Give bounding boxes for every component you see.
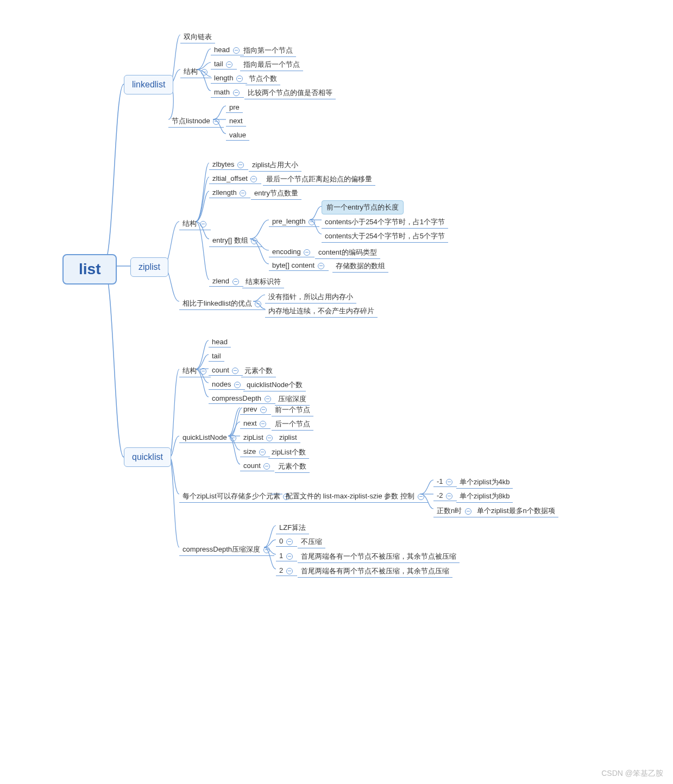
collapse-icon[interactable] (309, 219, 315, 225)
collapse-icon[interactable] (286, 568, 293, 574)
leaf-desc[interactable]: 配置文件的 list-max-ziplist-szie 参数 控制 (282, 489, 429, 503)
leaf[interactable]: head (211, 43, 244, 55)
collapse-icon[interactable] (318, 263, 324, 269)
node-struct[interactable]: 结构 (180, 65, 212, 78)
leaf-desc[interactable]: 元素个数 (275, 459, 310, 473)
leaf[interactable]: zipList (240, 431, 277, 443)
leaf-desc[interactable]: 首尾两端各有一个节点不被压缩，其余节点被压缩 (298, 549, 460, 563)
node-linkedlist[interactable]: linkedlist (124, 75, 173, 94)
leaf[interactable]: LZF算法 (276, 521, 309, 534)
leaf[interactable]: nodes (209, 378, 245, 390)
leaf-desc[interactable]: contents小于254个字节时，占1个字节 (322, 215, 448, 229)
leaf-desc[interactable]: 单个ziplist为8kb (456, 489, 513, 503)
collapse-icon[interactable] (465, 508, 471, 515)
leaf-desc[interactable]: 存储数据的数组 (332, 259, 388, 273)
collapse-icon[interactable] (233, 47, 240, 54)
collapse-icon[interactable] (260, 407, 267, 413)
leaf[interactable]: 内存地址连续，不会产生内存碎片 (265, 304, 378, 318)
collapse-icon[interactable] (213, 118, 219, 125)
collapse-icon[interactable] (446, 479, 452, 485)
leaf[interactable]: next (226, 115, 246, 127)
collapse-icon[interactable] (260, 421, 266, 427)
node-ziplist[interactable]: ziplist (130, 257, 168, 277)
collapse-icon[interactable] (200, 221, 206, 227)
leaf[interactable]: count (209, 364, 243, 376)
collapse-icon[interactable] (255, 301, 261, 307)
collapse-icon[interactable] (237, 162, 244, 168)
leaf[interactable]: size (240, 445, 270, 457)
leaf-desc[interactable]: 节点个数 (246, 72, 280, 85)
leaf[interactable]: byte[] content (269, 259, 329, 271)
collapse-icon[interactable] (232, 368, 238, 374)
leaf[interactable]: pre_length (269, 215, 319, 227)
leaf[interactable]: head (209, 336, 231, 347)
collapse-icon[interactable] (266, 435, 273, 441)
collapse-icon[interactable] (232, 279, 239, 285)
collapse-icon[interactable] (286, 539, 293, 545)
leaf[interactable]: next (240, 417, 271, 429)
leaf-desc[interactable]: contents大于254个字节时，占5个字节 (322, 229, 448, 243)
leaf[interactable]: zlend (209, 275, 243, 287)
leaf[interactable]: value (226, 129, 249, 141)
leaf-desc[interactable]: ziplist占用大小 (249, 158, 301, 172)
leaf-desc[interactable]: ziplist (276, 431, 300, 443)
leaf[interactable]: 双向链表 (180, 30, 215, 43)
collapse-icon[interactable] (286, 553, 293, 560)
collapse-icon[interactable] (240, 190, 246, 197)
collapse-icon[interactable] (251, 238, 257, 244)
collapse-icon[interactable] (446, 493, 452, 500)
node-entry[interactable]: entry[] 数组 (209, 233, 262, 247)
leaf-desc[interactable]: 后一个节点 (272, 417, 313, 431)
leaf-desc[interactable]: 元素个数 (241, 364, 276, 377)
expand-icon[interactable] (201, 69, 207, 75)
node-listnode[interactable]: 节点listnode (168, 114, 224, 128)
collapse-icon[interactable] (263, 547, 270, 553)
collapse-icon[interactable] (200, 368, 206, 375)
node-struct[interactable]: 结构 (179, 364, 211, 377)
leaf[interactable]: pre (226, 101, 243, 113)
leaf-desc[interactable]: 前一个节点 (272, 403, 313, 416)
leaf[interactable]: prev (240, 403, 271, 415)
leaf[interactable]: tail (209, 350, 224, 362)
leaf[interactable]: 2 (276, 564, 297, 576)
collapse-icon[interactable] (230, 435, 236, 441)
node-quicklist[interactable]: quicklist (124, 447, 171, 467)
node-store[interactable]: 每个zipList可以存储多少个元素 (179, 489, 294, 503)
leaf[interactable]: -1 (433, 475, 457, 487)
leaf-desc[interactable]: 指向最后一个节点 (240, 58, 303, 71)
mindmap-root[interactable]: list (62, 254, 117, 284)
node-struct[interactable]: 结构 (179, 217, 211, 230)
collapse-icon[interactable] (265, 396, 271, 402)
leaf-desc[interactable]: quicklistNode个数 (243, 378, 306, 391)
leaf-desc[interactable]: zipList个数 (268, 445, 309, 459)
leaf[interactable]: -2 (433, 489, 457, 501)
collapse-icon[interactable] (234, 382, 241, 388)
leaf[interactable]: zllength (209, 186, 250, 198)
collapse-icon[interactable] (236, 75, 243, 82)
node-quicklistnode[interactable]: quickListNode (179, 431, 241, 443)
leaf[interactable]: compressDepth (209, 392, 275, 404)
leaf-desc[interactable]: 最后一个节点距离起始点的偏移量 (263, 172, 375, 186)
leaf-highlight[interactable]: 前一个entry节点的长度 (322, 200, 404, 214)
collapse-icon[interactable] (226, 61, 232, 68)
leaf-desc[interactable]: 指向第一个节点 (240, 43, 296, 57)
leaf[interactable]: math (211, 86, 244, 98)
leaf[interactable]: length (211, 72, 247, 84)
leaf[interactable]: 没有指针，所以占用内存小 (265, 290, 356, 304)
leaf-desc[interactable]: 结束标识符 (242, 275, 284, 288)
collapse-icon[interactable] (304, 249, 310, 256)
collapse-icon[interactable] (263, 463, 270, 470)
collapse-icon[interactable] (259, 449, 266, 456)
leaf[interactable]: encoding (269, 245, 315, 257)
leaf[interactable]: zltial_offset (209, 172, 261, 184)
collapse-icon[interactable] (233, 90, 240, 96)
leaf-desc[interactable]: content的编码类型 (315, 245, 380, 259)
leaf-desc[interactable]: 不压缩 (298, 535, 325, 548)
leaf[interactable]: 1 (276, 549, 297, 561)
leaf[interactable]: 正数n时 (433, 504, 476, 517)
node-compressdepth[interactable]: compressDepth压缩深度 (179, 542, 274, 556)
collapse-icon[interactable] (418, 494, 424, 500)
leaf[interactable]: tail (211, 58, 237, 69)
leaf-desc[interactable]: 比较两个节点的值是否相等 (244, 86, 336, 99)
leaf-desc[interactable]: 首尾两端各有两个节点不被压缩，其余节点压缩 (298, 564, 452, 578)
